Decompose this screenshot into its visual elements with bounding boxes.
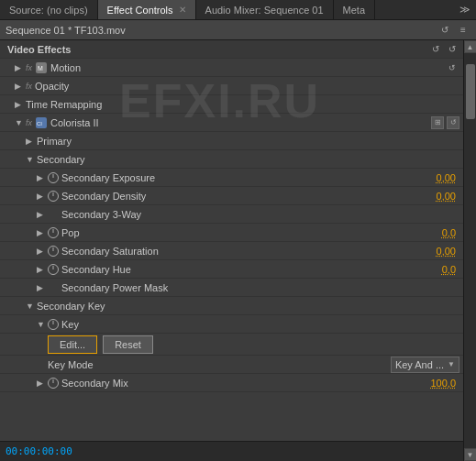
panel-reset-icon[interactable]: ↺ (437, 23, 452, 38)
motion-reset-icon[interactable]: ↺ (445, 60, 459, 75)
time-remapping-label: Time Remapping (26, 99, 459, 110)
panel-icons-right[interactable]: ↺ (428, 42, 443, 57)
scroll-up-button[interactable]: ▲ (464, 40, 477, 53)
key-mode-dropdown[interactable]: Key And ... ▼ (391, 357, 459, 373)
opacity-row: fx Opacity (0, 77, 463, 95)
key-row: Key (0, 315, 463, 334)
secondary-mix-triangle[interactable] (37, 379, 46, 388)
secondary-hue-row: Secondary Hue 0,0 (0, 260, 463, 279)
scroll-track[interactable] (466, 55, 475, 446)
key-stopwatch[interactable] (48, 319, 59, 330)
secondary-3way-row: Secondary 3-Way (0, 205, 463, 224)
secondary-3way-triangle[interactable] (37, 210, 46, 219)
colorista-action-icons: ⊞ ↺ (431, 116, 459, 129)
panel-menu-icon[interactable]: ≡ (456, 23, 470, 38)
edit-reset-row: Edit... Reset (0, 334, 463, 356)
panel-icons-right2[interactable]: ↺ (445, 42, 459, 57)
secondary-power-mask-row: Secondary Power Mask (0, 279, 463, 297)
primary-label: Primary (37, 136, 459, 147)
secondary-label: Secondary (37, 154, 459, 165)
scroll-thumb[interactable] (466, 64, 475, 119)
pop-row: Pop 0,0 (0, 224, 463, 242)
pop-label: Pop (61, 227, 442, 238)
opacity-label: Opacity (35, 81, 459, 92)
secondary-exposure-triangle[interactable] (37, 173, 46, 182)
panel-icons: ↺ ≡ (437, 23, 470, 38)
secondary-power-mask-label: Secondary Power Mask (48, 282, 459, 293)
tab-audio-mixer[interactable]: Audio Mixer: Sequence 01 (196, 0, 334, 19)
secondary-exposure-label: Secondary Exposure (61, 172, 437, 183)
scrollbar[interactable]: ▲ ▼ (463, 40, 476, 461)
motion-label: Motion (50, 62, 445, 73)
panel-header: Sequence 01 * TF103.mov ↺ ≡ (0, 20, 476, 40)
secondary-saturation-label: Secondary Saturation (61, 246, 437, 257)
tab-source[interactable]: Source: (no clips) (0, 0, 98, 19)
key-triangle[interactable] (37, 320, 46, 329)
colorista-row: fx CI Colorista II ⊞ ↺ (0, 114, 463, 132)
secondary-exposure-stopwatch[interactable] (48, 172, 59, 183)
motion-row: fx M Motion ↺ (0, 59, 463, 77)
tab-meta-label: Meta (343, 5, 365, 16)
timecode[interactable]: 00:00:00:00 (6, 445, 72, 457)
tab-effect-controls-label: Effect Controls (107, 5, 173, 16)
secondary-triangle[interactable] (26, 155, 35, 164)
secondary-hue-triangle[interactable] (37, 265, 46, 274)
secondary-hue-label: Secondary Hue (61, 264, 442, 275)
secondary-density-value[interactable]: 0,00 (437, 191, 456, 202)
edit-button[interactable]: Edit... (48, 335, 97, 354)
motion-triangle[interactable] (15, 63, 24, 72)
secondary-row: Secondary (0, 150, 463, 169)
secondary-exposure-row: Secondary Exposure 0,00 (0, 169, 463, 187)
secondary-mix-value[interactable]: 100,0 (430, 378, 456, 389)
secondary-density-stopwatch[interactable] (48, 191, 59, 202)
secondary-hue-stopwatch[interactable] (48, 264, 59, 275)
opacity-triangle[interactable] (15, 82, 24, 91)
secondary-saturation-stopwatch[interactable] (48, 246, 59, 257)
secondary-density-label: Secondary Density (61, 191, 437, 202)
key-mode-label: Key Mode (48, 359, 391, 370)
time-remapping-row: Time Remapping (0, 95, 463, 114)
secondary-hue-value[interactable]: 0,0 (442, 264, 456, 275)
secondary-key-label: Secondary Key (37, 301, 459, 312)
svg-text:CI: CI (37, 121, 42, 126)
secondary-density-triangle[interactable] (37, 192, 46, 201)
pop-triangle[interactable] (37, 228, 46, 237)
colorista-triangle[interactable] (15, 118, 24, 127)
secondary-power-mask-triangle[interactable] (37, 283, 46, 292)
colorista-icon2[interactable]: ↺ (447, 116, 459, 129)
main-content: Video Effects ↺ ↺ fx M Motion ↺ fx Opaci… (0, 40, 476, 461)
video-effects-label: Video Effects (7, 44, 428, 55)
tab-meta[interactable]: Meta (334, 0, 375, 19)
secondary-saturation-value[interactable]: 0,00 (437, 246, 456, 257)
dropdown-arrow-icon: ▼ (448, 360, 455, 368)
colorista-icon: CI (35, 116, 48, 129)
scroll-down-button[interactable]: ▼ (464, 448, 477, 461)
secondary-saturation-triangle[interactable] (37, 247, 46, 256)
tab-bar: Source: (no clips) Effect Controls ✕ Aud… (0, 0, 476, 20)
time-remapping-triangle[interactable] (15, 100, 24, 109)
panel-title: Sequence 01 * TF103.mov (6, 25, 437, 36)
close-icon[interactable]: ✕ (179, 5, 186, 15)
tab-audio-mixer-label: Audio Mixer: Sequence 01 (205, 5, 324, 16)
tab-effect-controls[interactable]: Effect Controls ✕ (98, 0, 196, 19)
secondary-saturation-row: Secondary Saturation 0,00 (0, 242, 463, 260)
colorista-fx-badge: fx (26, 118, 32, 127)
timeline-bar: 00:00:00:00 (0, 441, 463, 461)
secondary-density-row: Secondary Density 0,00 (0, 187, 463, 205)
pop-value[interactable]: 0,0 (442, 227, 456, 238)
primary-triangle[interactable] (26, 137, 35, 146)
motion-fx-badge: fx (26, 63, 32, 72)
effects-panel: Video Effects ↺ ↺ fx M Motion ↺ fx Opaci… (0, 40, 463, 461)
pop-stopwatch[interactable] (48, 227, 59, 238)
tab-more-button[interactable]: ≫ (454, 0, 476, 19)
svg-text:M: M (38, 65, 43, 71)
secondary-key-triangle[interactable] (26, 302, 35, 311)
primary-row: Primary (0, 132, 463, 150)
secondary-exposure-value[interactable]: 0,00 (437, 172, 456, 183)
secondary-key-row: Secondary Key (0, 297, 463, 315)
secondary-mix-label: Secondary Mix (61, 378, 430, 389)
secondary-mix-stopwatch[interactable] (48, 378, 59, 389)
colorista-icon1[interactable]: ⊞ (431, 116, 444, 129)
secondary-3way-label: Secondary 3-Way (48, 209, 459, 220)
reset-button[interactable]: Reset (103, 335, 153, 354)
